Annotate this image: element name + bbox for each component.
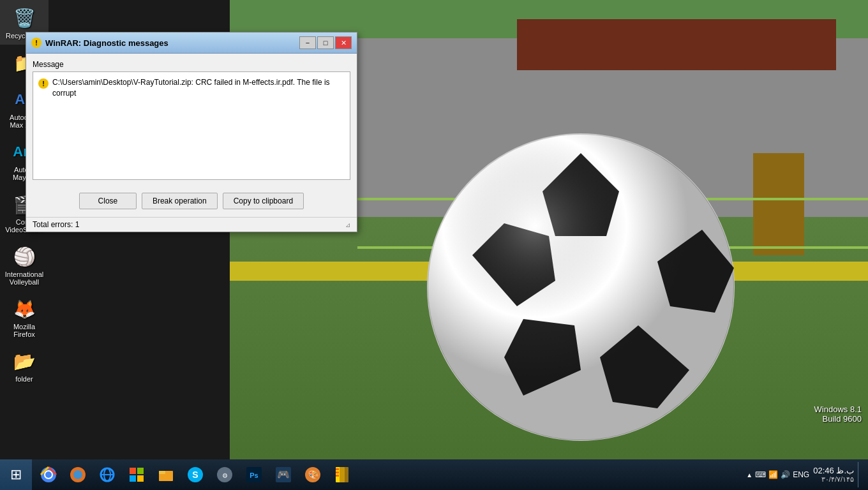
volume-icon[interactable]: 🔊 <box>781 470 790 479</box>
recycle-bin-icon: 🗑️ <box>11 5 37 31</box>
taskbar-firefox[interactable] <box>64 462 92 487</box>
time-display: 02:46 ب.ظ <box>813 466 854 475</box>
icon-label-folder2: folder <box>15 375 33 383</box>
keyboard-icon: ⌨ <box>755 470 766 479</box>
svg-rect-35 <box>336 471 339 473</box>
network-icon: 📶 <box>768 470 778 479</box>
dialog-titlebar: ! WinRAR: Diagnostic messages − □ ✕ <box>26 33 357 54</box>
total-errors-text: Total errors: 1 <box>33 220 79 229</box>
taskbar-app9[interactable]: 🎮 <box>269 462 297 487</box>
dialog-title-area: ! WinRAR: Diagnostic messages <box>31 38 168 48</box>
icon-firefox[interactable]: 🦊 Mozilla Firefox <box>0 291 49 343</box>
taskbar-chrome[interactable] <box>34 462 63 487</box>
svg-text:🎨: 🎨 <box>308 470 319 480</box>
resize-handle[interactable]: ⊿ <box>345 221 350 228</box>
desktop: 🗑️ Recycle Bin 📁 Ad Autodesk Max 20... A… <box>0 0 868 459</box>
message-text: C:\Users\amin\Desktop\V-RayTutorial.zip:… <box>52 77 345 99</box>
icon-volleyball[interactable]: 🏐 International Volleyball <box>0 239 49 291</box>
svg-point-12 <box>73 470 82 479</box>
svg-text:🎮: 🎮 <box>277 468 290 480</box>
taskbar-photoshop[interactable]: Ps <box>240 462 268 487</box>
warning-icon-titlebar: ! <box>31 38 41 48</box>
taskbar-apps: S ⚙ Ps 🎮 🎨 <box>32 459 740 490</box>
svg-rect-17 <box>137 468 144 474</box>
icon-label-firefox: Mozilla Firefox <box>13 323 35 338</box>
dialog-footer: Total errors: 1 ⊿ <box>26 217 357 232</box>
start-button[interactable]: ⊞ <box>0 459 32 490</box>
dialog-controls: − □ ✕ <box>299 36 352 49</box>
svg-point-6 <box>428 134 734 440</box>
date-display: ۳۰/۴/۷/۱۴۵ <box>813 475 854 484</box>
taskbar-app6[interactable]: S <box>181 462 209 487</box>
volleyball-icon: 🏐 <box>11 244 37 269</box>
dialog-buttons: Close Break operation Copy to clipboard <box>26 186 357 217</box>
total-errors-value: 1 <box>75 220 80 229</box>
svg-text:⚙: ⚙ <box>222 472 228 479</box>
taskbar: ⊞ <box>0 459 868 490</box>
taskbar-explorer[interactable] <box>152 462 180 487</box>
close-dialog-button[interactable]: Close <box>79 193 137 209</box>
minimize-button[interactable]: − <box>299 36 316 49</box>
taskbar-right: ▲ ⌨ 📶 🔊 ENG 02:46 ب.ظ ۳۰/۴/۷/۱۴۵ <box>740 462 868 487</box>
winrar-dialog: ! WinRAR: Diagnostic messages − □ ✕ Mess… <box>26 32 357 232</box>
arrow-up-icon[interactable]: ▲ <box>746 471 752 479</box>
taskbar-ie[interactable] <box>93 462 121 487</box>
taskbar-time[interactable]: 02:46 ب.ظ ۳۰/۴/۷/۱۴۵ <box>813 466 854 484</box>
icon-folder2[interactable]: 📂 folder <box>0 343 49 388</box>
svg-point-10 <box>46 472 51 477</box>
svg-text:S: S <box>192 470 198 480</box>
windows-build: Build 9600 <box>814 414 862 424</box>
svg-rect-36 <box>336 475 339 477</box>
break-operation-button[interactable]: Break operation <box>142 193 218 209</box>
svg-rect-21 <box>159 471 165 474</box>
language-label: ENG <box>793 470 809 479</box>
sys-icons: ▲ ⌨ 📶 🔊 ENG <box>746 470 809 479</box>
taskbar-app7[interactable]: ⚙ <box>211 462 239 487</box>
roof <box>517 19 836 70</box>
taskbar-paint[interactable]: 🎨 <box>299 462 327 487</box>
soccer-ball <box>421 128 740 447</box>
dialog-title-text: WinRAR: Diagnostic messages <box>45 38 168 48</box>
close-button-titlebar[interactable]: ✕ <box>335 36 352 49</box>
svg-rect-16 <box>130 468 136 474</box>
firefox-icon: 🦊 <box>11 296 37 322</box>
svg-rect-18 <box>130 475 136 482</box>
total-errors-label: Total errors: <box>33 220 73 229</box>
maximize-button[interactable]: □ <box>317 36 334 49</box>
icon-label-volleyball: International Volleyball <box>5 271 44 286</box>
dialog-body: Message ! C:\Users\amin\Desktop\V-RayTut… <box>26 54 357 186</box>
svg-text:Ps: Ps <box>250 471 258 479</box>
svg-rect-34 <box>336 468 339 470</box>
copy-to-clipboard-button[interactable]: Copy to clipboard <box>223 193 304 209</box>
message-row: ! C:\Users\amin\Desktop\V-RayTutorial.zi… <box>38 77 345 99</box>
windows-version: Windows 8.1 <box>814 405 862 414</box>
windows-info: Windows 8.1 Build 9600 <box>814 405 862 424</box>
taskbar-store[interactable] <box>123 462 151 487</box>
message-label: Message <box>33 60 350 69</box>
taskbar-winrar[interactable] <box>328 462 356 487</box>
show-desktop-button[interactable] <box>858 462 862 487</box>
svg-rect-33 <box>340 467 348 482</box>
svg-rect-19 <box>137 475 144 482</box>
folder2-icon: 📂 <box>11 348 37 374</box>
warning-icon-message: ! <box>38 78 49 89</box>
message-box: ! C:\Users\amin\Desktop\V-RayTutorial.zi… <box>33 71 350 180</box>
